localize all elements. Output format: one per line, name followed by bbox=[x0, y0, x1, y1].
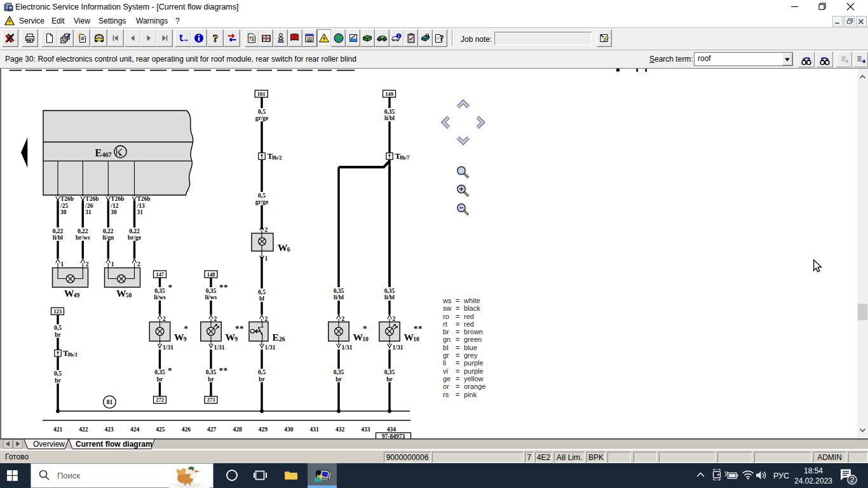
svg-text:?: ? bbox=[213, 33, 219, 44]
svg-text:Overview: Overview bbox=[33, 440, 65, 449]
svg-text:?: ? bbox=[440, 33, 444, 43]
svg-text:2: 2 bbox=[850, 475, 855, 484]
svg-text:Current flow diagram: Current flow diagram bbox=[76, 440, 153, 449]
